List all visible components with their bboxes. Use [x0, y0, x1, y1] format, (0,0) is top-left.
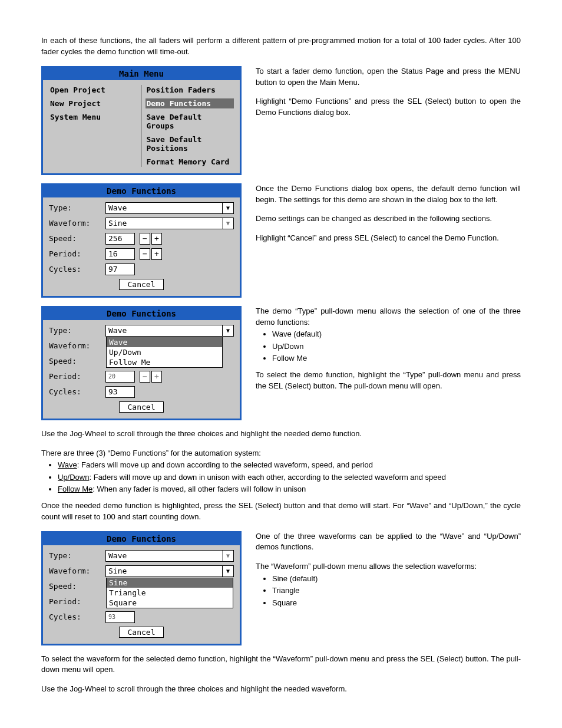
dialog-title: Demo Functions: [43, 308, 240, 320]
demo-functions-dialog-2: Demo Functions Type: Wave ▼ Wave Up/Down…: [41, 306, 242, 420]
cycles-label: Cycles:: [49, 612, 101, 621]
demo3-desc-2: The “Waveform” pull-down menu allows the…: [256, 561, 521, 572]
speed-minus-button[interactable]: −: [140, 233, 150, 245]
waveform-select[interactable]: Sine ▼: [105, 218, 234, 229]
demo-func-bullet-followme: Follow Me: When any fader is moved, all …: [58, 484, 521, 495]
speed-label: Speed:: [49, 582, 101, 591]
type-select[interactable]: Wave ▼: [105, 202, 234, 214]
waveform-option-square[interactable]: Square: [107, 598, 233, 608]
cycles-value: 93: [105, 386, 135, 398]
chevron-down-icon: ▼: [222, 203, 233, 213]
period-minus-button[interactable]: −: [140, 248, 150, 260]
type-bullet-followme: Follow Me: [272, 353, 521, 364]
dialog-title: Demo Functions: [43, 185, 240, 197]
demo2-desc-2: To select the demo function, highlight t…: [256, 370, 521, 392]
speed-label: Speed:: [49, 357, 101, 365]
type-option-updown[interactable]: Up/Down: [107, 347, 222, 357]
cycles-label: Cycles:: [49, 387, 101, 396]
chevron-down-icon: ▼: [222, 551, 233, 561]
period-plus-button[interactable]: +: [151, 248, 162, 260]
demo-func-bullet-updown: Up/Down: Faders will move up and down in…: [58, 472, 521, 483]
type-select-open[interactable]: Wave ▼ Wave Up/Down Follow Me: [105, 325, 234, 337]
cancel-button[interactable]: Cancel: [119, 279, 164, 290]
period-minus-button[interactable]: −: [140, 371, 150, 383]
cycles-partial: 93: [105, 611, 135, 623]
intro-paragraph: In each of these functions, the all fade…: [41, 35, 521, 58]
waveform-option-sine[interactable]: Sine: [107, 578, 233, 588]
demo-functions-dialog-1: Demo Functions Type: Wave ▼ Waveform: Si…: [41, 183, 242, 298]
mid-p3: Once the needed demo function is highlig…: [41, 500, 521, 523]
cycles-label: Cycles:: [49, 265, 101, 274]
demo1-desc-1: Once the Demo Functions dialog box opens…: [256, 183, 521, 206]
main-menu-desc-2: Highlight “Demo Functions” and press the…: [256, 96, 521, 118]
type-bullet-wave: Wave (default): [272, 329, 521, 340]
menu-system-menu[interactable]: System Menu: [49, 112, 138, 122]
type-option-followme[interactable]: Follow Me: [107, 357, 222, 367]
waveform-options: Sine Triangle Square: [106, 578, 233, 608]
waveform-bullet-square: Square: [272, 598, 521, 608]
menu-save-default-positions[interactable]: Save Default Positions: [146, 134, 234, 153]
type-option-wave[interactable]: Wave: [107, 337, 222, 347]
chevron-down-icon: ▼: [222, 218, 233, 229]
cycles-value: 97: [105, 263, 135, 275]
demo-func-bullet-wave: Wave: Faders will move up and down accor…: [58, 460, 521, 470]
type-select[interactable]: Wave ▼: [105, 550, 234, 562]
end-p2: Use the Jog-Wheel to scroll through the …: [41, 684, 521, 695]
waveform-option-triangle[interactable]: Triangle: [107, 588, 233, 598]
main-menu-dialog: Main Menu Open Project New Project Syste…: [41, 66, 242, 175]
menu-save-default-groups[interactable]: Save Default Groups: [146, 112, 234, 131]
type-options: Wave Up/Down Follow Me: [106, 337, 223, 368]
type-label: Type:: [49, 326, 101, 335]
waveform-bullet-sine: Sine (default): [272, 574, 521, 584]
menu-open-project[interactable]: Open Project: [49, 85, 138, 95]
period-plus-button[interactable]: +: [151, 371, 162, 383]
mid-p1: Use the Jog-Wheel to scroll through the …: [41, 429, 521, 440]
main-menu-desc-1: To start a fader demo function, open the…: [256, 66, 521, 88]
demo3-desc-1: One of the three waveforms can be applie…: [256, 531, 521, 554]
waveform-label: Waveform:: [49, 566, 101, 575]
end-p1: To select the waveform for the selected …: [41, 654, 521, 676]
menu-position-faders[interactable]: Position Faders: [146, 85, 234, 95]
waveform-label: Waveform:: [49, 219, 101, 228]
speed-input[interactable]: 256: [105, 233, 135, 245]
period-input[interactable]: 16: [105, 248, 135, 260]
period-input-partial[interactable]: 20: [105, 371, 135, 383]
demo2-desc-1: The demo “Type” pull-down menu allows th…: [256, 306, 521, 328]
chevron-down-icon: ▼: [222, 325, 233, 336]
dialog-title: Demo Functions: [43, 533, 240, 545]
period-label: Period:: [49, 597, 101, 606]
cancel-button[interactable]: Cancel: [119, 627, 164, 638]
dialog-title: Main Menu: [43, 68, 240, 80]
speed-plus-button[interactable]: +: [151, 233, 162, 245]
cancel-button[interactable]: Cancel: [119, 401, 164, 413]
period-label: Period:: [49, 249, 101, 258]
type-label: Type:: [49, 551, 101, 560]
demo1-desc-2: Demo settings can be changed as describe…: [256, 213, 521, 225]
type-bullet-updown: Up/Down: [272, 341, 521, 352]
demo1-desc-3: Highlight “Cancel” and press SEL (Select…: [256, 233, 521, 244]
menu-new-project[interactable]: New Project: [49, 98, 138, 108]
demo-functions-dialog-3: Demo Functions Type: Wave ▼ Waveform: Si…: [41, 531, 242, 645]
period-label: Period:: [49, 372, 101, 381]
waveform-bullet-triangle: Triangle: [272, 585, 521, 596]
speed-label: Speed:: [49, 234, 101, 243]
type-label: Type:: [49, 203, 101, 212]
menu-format-memory-card[interactable]: Format Memory Card: [146, 157, 234, 167]
menu-demo-functions[interactable]: Demo Functions: [146, 98, 234, 108]
waveform-label: Waveform:: [49, 341, 101, 350]
mid-p2: There are three (3) “Demo Functions” for…: [41, 448, 521, 459]
chevron-down-icon: ▼: [222, 566, 233, 577]
waveform-select-open[interactable]: Sine ▼ Sine Triangle Square: [105, 565, 234, 577]
